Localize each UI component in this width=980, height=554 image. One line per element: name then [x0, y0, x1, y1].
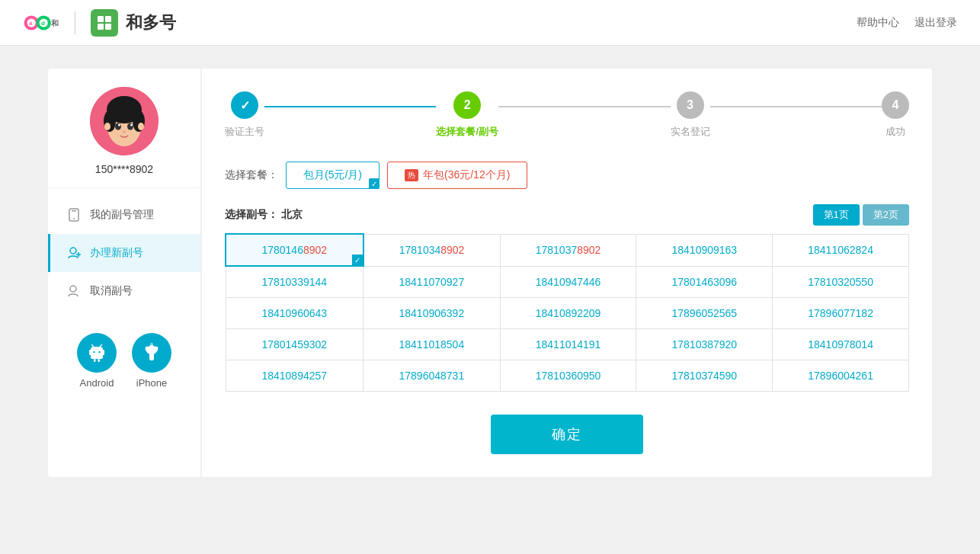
cancel-user-icon: [66, 283, 82, 299]
svg-rect-34: [89, 350, 91, 355]
page-buttons: 第1页 第2页: [813, 204, 909, 226]
app-downloads: Android iPhone: [48, 325, 200, 396]
step-line-1: [264, 106, 436, 107]
svg-text:a: a: [29, 20, 33, 27]
svg-rect-7: [98, 16, 104, 22]
android-label: Android: [80, 377, 114, 389]
number-cell[interactable]: 17896077182: [773, 298, 909, 329]
header-nav: 帮助中心 退出登录: [857, 16, 957, 30]
sidebar-item-cancel[interactable]: 取消副号: [48, 272, 200, 310]
step-line-3: [710, 106, 882, 107]
sidebar-manage-label: 我的副号管理: [90, 208, 154, 222]
number-cell[interactable]: 17896052565: [636, 298, 773, 329]
svg-point-25: [104, 123, 110, 130]
page1-btn[interactable]: 第1页: [813, 204, 860, 226]
number-section-label: 选择副号：: [225, 208, 278, 220]
step-choose: 2 选择套餐/副号: [436, 91, 498, 139]
number-region: 选择副号： 北京: [225, 208, 303, 222]
help-center-link[interactable]: 帮助中心: [857, 16, 899, 30]
logout-link[interactable]: 退出登录: [914, 16, 957, 30]
iphone-download-btn[interactable]: iPhone: [132, 333, 171, 389]
step-success: 4 成功: [882, 91, 909, 139]
svg-point-30: [70, 248, 76, 254]
user-info: 150****8902: [48, 69, 200, 188]
package-label: 选择套餐：: [225, 168, 278, 182]
step-register-circle: 3: [677, 91, 704, 119]
number-cell[interactable]: 17801468902: [226, 234, 363, 266]
step-verify-circle: ✓: [231, 91, 258, 119]
number-cell[interactable]: 18411014191: [500, 329, 636, 360]
number-cell[interactable]: 17896004261: [773, 360, 909, 392]
package-section: 选择套餐： 包月(5元/月) 热 年包(36元/12个月): [225, 162, 909, 189]
svg-line-41: [100, 344, 102, 347]
svg-rect-9: [98, 24, 104, 30]
monthly-package-btn[interactable]: 包月(5元/月): [286, 162, 380, 189]
sidebar-item-manage[interactable]: 我的副号管理: [48, 196, 200, 234]
number-cell[interactable]: 17810320550: [773, 266, 909, 298]
yearly-label: 年包(36元/12个月): [423, 168, 510, 182]
region-name: 北京: [281, 208, 303, 220]
avatar: [90, 87, 159, 155]
number-cell[interactable]: 17810348902: [363, 234, 501, 266]
step-verify: ✓ 验证主号: [225, 91, 264, 139]
android-download-btn[interactable]: Android: [77, 333, 117, 389]
number-table: 1780146890217810348902178103789021841090…: [225, 233, 909, 392]
steps-bar: ✓ 验证主号 2 选择套餐/副号 3 实名登记 4 成功: [225, 91, 909, 139]
svg-text:d: d: [41, 20, 45, 27]
number-cell[interactable]: 17810374590: [636, 360, 773, 392]
svg-rect-10: [105, 24, 111, 30]
content-area: ✓ 验证主号 2 选择套餐/副号 3 实名登记 4 成功 选择套餐： 包月: [202, 69, 932, 477]
iphone-label: iPhone: [136, 377, 167, 389]
number-cell[interactable]: 18410906392: [363, 298, 501, 329]
number-cell[interactable]: 17810378902: [500, 234, 636, 266]
svg-point-20: [115, 123, 121, 130]
svg-point-22: [118, 124, 120, 126]
number-cell[interactable]: 18411018504: [363, 329, 501, 360]
svg-point-39: [98, 351, 100, 353]
svg-point-21: [127, 123, 133, 130]
svg-point-18: [120, 106, 128, 120]
sidebar-menu: 我的副号管理 办理新副号: [48, 196, 200, 310]
number-cell[interactable]: 18410960643: [226, 298, 363, 329]
svg-rect-28: [72, 210, 76, 212]
svg-text:和: 和: [50, 19, 59, 27]
step-choose-circle: 2: [453, 91, 481, 119]
sidebar-cancel-label: 取消副号: [90, 284, 133, 298]
number-cell[interactable]: 18410892209: [500, 298, 636, 329]
step-success-circle: 4: [882, 91, 909, 119]
number-cell[interactable]: 18410978014: [773, 329, 909, 360]
add-user-icon: [66, 245, 82, 261]
number-cell[interactable]: 18410909163: [636, 234, 773, 266]
hot-badge: 热: [405, 169, 418, 181]
logo-area: a d 和 和多号: [23, 9, 176, 37]
page2-btn[interactable]: 第2页: [863, 204, 909, 226]
svg-point-23: [130, 124, 133, 126]
svg-rect-36: [94, 359, 96, 362]
number-cell[interactable]: 17801459302: [226, 329, 363, 360]
number-cell[interactable]: 17810360950: [500, 360, 636, 392]
main-container: 150****8902 我的副号管理: [48, 69, 932, 477]
number-cell[interactable]: 18411062824: [773, 234, 909, 266]
sidebar: 150****8902 我的副号管理: [48, 69, 200, 477]
step-success-label: 成功: [886, 125, 905, 139]
svg-rect-37: [98, 359, 101, 362]
number-cell[interactable]: 18411070927: [363, 266, 501, 298]
number-cell[interactable]: 17810339144: [226, 266, 363, 298]
svg-point-42: [150, 343, 153, 347]
number-cell[interactable]: 17810387920: [636, 329, 773, 360]
number-cell[interactable]: 18410894257: [226, 360, 363, 392]
yearly-package-btn[interactable]: 热 年包(36元/12个月): [387, 162, 527, 189]
sidebar-item-new[interactable]: 办理新副号: [48, 234, 200, 272]
confirm-button[interactable]: 确定: [491, 415, 643, 454]
and-logo-icon: a d 和: [23, 9, 59, 37]
number-cell[interactable]: 18410947446: [500, 266, 636, 298]
apple-icon: [132, 333, 171, 373]
sidebar-new-label: 办理新副号: [90, 246, 143, 260]
logo-divider: [75, 11, 75, 34]
svg-point-33: [70, 286, 76, 292]
step-line-2: [498, 106, 670, 107]
number-header: 选择副号： 北京 第1页 第2页: [225, 204, 909, 226]
number-cell[interactable]: 17896048731: [363, 360, 501, 392]
number-cell[interactable]: 17801463096: [636, 266, 773, 298]
svg-rect-8: [105, 16, 111, 22]
